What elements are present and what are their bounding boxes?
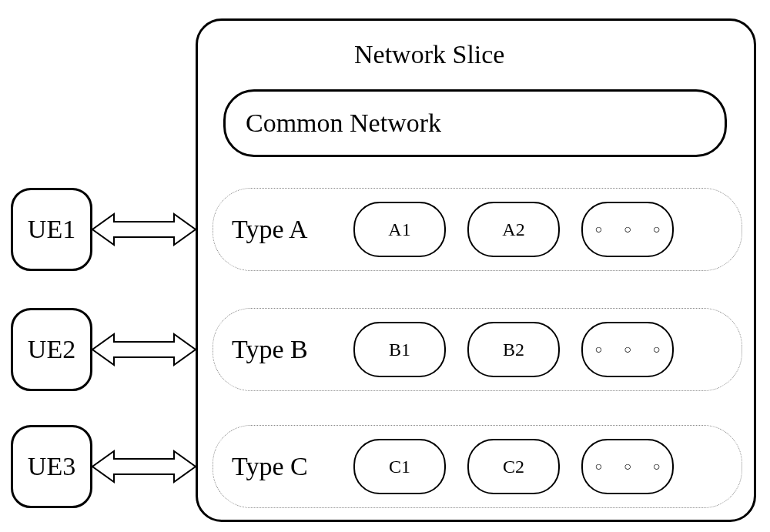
double-arrow-icon xyxy=(92,333,196,366)
slice-c-more-box: ○ ○ ○ xyxy=(581,439,674,494)
double-arrow-icon xyxy=(92,450,196,483)
ue2-box: UE2 xyxy=(11,308,92,391)
slice-b-more-box: ○ ○ ○ xyxy=(581,322,674,377)
common-network-box: Common Network xyxy=(223,89,727,157)
slice-c2-box: C2 xyxy=(467,439,560,494)
slice-b1-label: B1 xyxy=(389,340,410,360)
ellipsis-icon: ○ ○ ○ xyxy=(595,343,670,356)
ellipsis-icon: ○ ○ ○ xyxy=(595,460,670,473)
type-c-label: Type C xyxy=(232,452,332,481)
ellipsis-icon: ○ ○ ○ xyxy=(595,223,670,236)
slice-b2-label: B2 xyxy=(503,340,524,360)
slice-c2-label: C2 xyxy=(503,457,524,477)
double-arrow-icon xyxy=(92,212,196,246)
slice-a-more-box: ○ ○ ○ xyxy=(581,202,674,257)
type-a-label: Type A xyxy=(232,215,332,244)
slice-c1-label: C1 xyxy=(389,457,410,477)
slice-c1-box: C1 xyxy=(353,439,446,494)
type-b-label: Type B xyxy=(232,335,332,364)
svg-marker-1 xyxy=(92,334,196,365)
slice-a2-label: A2 xyxy=(502,219,524,240)
slice-a1-label: A1 xyxy=(388,219,410,240)
type-a-group: Type A A1 A2 ○ ○ ○ xyxy=(213,188,742,271)
svg-marker-0 xyxy=(92,214,196,245)
slice-a1-box: A1 xyxy=(353,202,446,257)
diagram-canvas: Network Slice Common Network Type A A1 A… xyxy=(0,0,770,532)
slice-b2-box: B2 xyxy=(467,322,560,377)
ue1-label: UE1 xyxy=(28,215,75,244)
ue3-box: UE3 xyxy=(11,425,92,508)
type-c-group: Type C C1 C2 ○ ○ ○ xyxy=(213,425,742,508)
slice-a2-box: A2 xyxy=(467,202,560,257)
type-b-group: Type B B1 B2 ○ ○ ○ xyxy=(213,308,742,391)
network-slice-title: Network Slice xyxy=(354,40,504,69)
ue1-box: UE1 xyxy=(11,188,92,271)
ue2-label: UE2 xyxy=(28,335,75,364)
ue3-label: UE3 xyxy=(28,452,75,481)
svg-marker-2 xyxy=(92,451,196,482)
common-network-label: Common Network xyxy=(246,109,441,138)
slice-b1-box: B1 xyxy=(353,322,446,377)
